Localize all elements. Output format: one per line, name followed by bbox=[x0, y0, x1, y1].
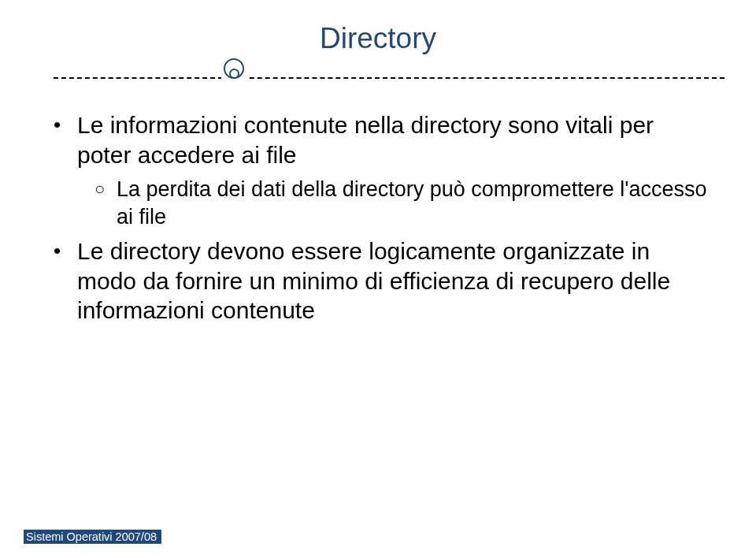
divider-line bbox=[54, 77, 724, 79]
bullet-marker: • bbox=[54, 236, 77, 326]
list-item: • Le directory devono essere logicamente… bbox=[54, 236, 709, 326]
decorative-orb bbox=[221, 58, 246, 84]
bullet-marker: • bbox=[54, 110, 77, 169]
footer-text: Sistemi Operativi 2007/08 bbox=[24, 530, 161, 544]
bullet-marker: ○ bbox=[94, 176, 117, 230]
bullet-text: Le informazioni contenute nella director… bbox=[77, 110, 709, 169]
slide-content: • Le informazioni contenute nella direct… bbox=[54, 110, 709, 332]
slide-title: Directory bbox=[0, 22, 756, 55]
list-item: • Le informazioni contenute nella direct… bbox=[54, 110, 709, 169]
bullet-text: La perdita dei dati della directory può … bbox=[117, 176, 709, 230]
bullet-text: Le directory devono essere logicamente o… bbox=[77, 236, 709, 326]
list-item: ○ La perdita dei dati della directory pu… bbox=[94, 176, 709, 230]
